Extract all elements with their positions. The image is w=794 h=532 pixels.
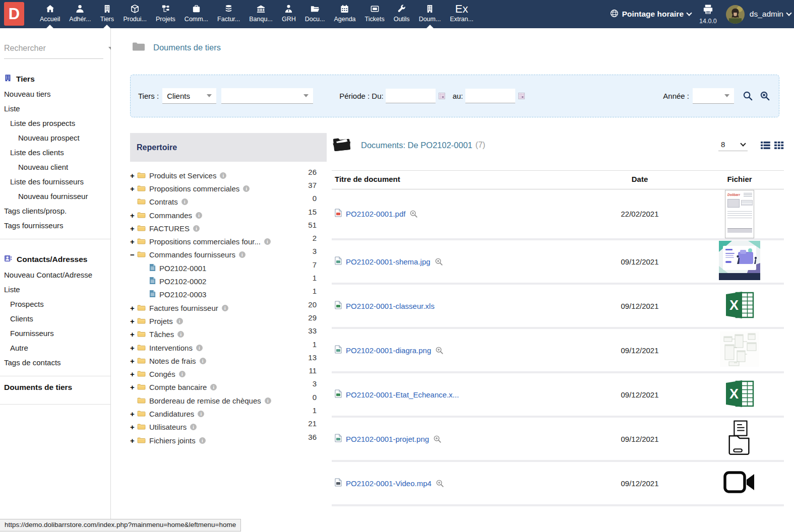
tree-expander[interactable]: + xyxy=(130,423,137,431)
tree-expander[interactable]: + xyxy=(130,330,137,339)
tree-item-propositions-commerciales-four[interactable]: Propositions commerciales four... xyxy=(149,237,261,246)
sidebar-item-autre[interactable]: Autre xyxy=(0,341,110,355)
menu-item-tiers[interactable]: Tiers xyxy=(95,0,118,28)
sidebar-item-nouveau-contact-adresse[interactable]: Nouveau Contact/Adresse xyxy=(0,268,110,282)
document-link-po2102-0001-projet-png[interactable]: PO2102-0001-projet.png xyxy=(346,435,429,443)
tree-expander[interactable]: + xyxy=(130,184,137,193)
tree-expander[interactable]: + xyxy=(130,317,137,325)
diagram-preview[interactable] xyxy=(720,331,759,369)
tree-item-candidatures[interactable]: Candidatures xyxy=(149,410,194,418)
document-link-po2102-0001-classeur-xls[interactable]: PO2102-0001-classeur.xls xyxy=(346,302,435,310)
tree-expander[interactable]: + xyxy=(130,357,137,365)
filter-clear-button[interactable] xyxy=(760,91,770,101)
tree-expander[interactable]: + xyxy=(130,304,137,312)
tree-item-utilisateurs[interactable]: Utilisateurs xyxy=(149,423,187,431)
tree-expander[interactable]: + xyxy=(130,344,137,352)
document-link-po2102-0001-shema-jpg[interactable]: PO2102-0001-shema.jpg xyxy=(346,257,431,266)
tree-expander[interactable]: + xyxy=(130,171,137,180)
tiers-select[interactable] xyxy=(221,88,313,104)
zoom-preview-icon[interactable] xyxy=(435,346,444,355)
sidebar-item-douments-de-tiers[interactable]: Douments de tiers xyxy=(0,376,110,398)
tree-item-po2102-0003[interactable]: PO2102-0003 xyxy=(159,290,206,299)
date-from-calendar-icon[interactable] xyxy=(439,93,445,99)
sidebar-section-tiers[interactable]: Tiers xyxy=(4,74,106,84)
user-menu-button[interactable]: ds_admin xyxy=(750,10,791,19)
sidebar-item-tags-fournisseurs[interactable]: Tags fournisseurs xyxy=(0,218,110,233)
sidebar-item-liste-des-prospects[interactable]: Liste des prospects xyxy=(0,116,110,130)
page-size-select[interactable]: 8 xyxy=(718,139,748,151)
menu-item-factur[interactable]: Factur... xyxy=(213,0,245,28)
tree-item-contrats[interactable]: Contrats xyxy=(149,197,178,206)
search-input[interactable] xyxy=(4,44,108,53)
sidebar-item-liste[interactable]: Liste xyxy=(0,282,110,297)
zoom-preview-icon[interactable] xyxy=(409,210,418,218)
sidebar-item-nouveau-tiers[interactable]: Nouveau tiers xyxy=(0,87,110,101)
sidebar-item-clients[interactable]: Clients xyxy=(0,311,110,326)
tree-item-commandes-fournisseurs[interactable]: Commandes fournisseurs xyxy=(149,250,235,259)
filter-search-button[interactable] xyxy=(743,91,753,101)
zoom-preview-icon[interactable] xyxy=(435,257,443,266)
illustration-preview[interactable] xyxy=(719,241,760,282)
document-link-po2102-0001-video-mp4[interactable]: PO2102-0001-Video.mp4 xyxy=(346,479,432,488)
menu-item-projets[interactable]: Projets xyxy=(151,0,180,28)
menu-item-doum[interactable]: Doum... xyxy=(414,0,446,28)
sidebar-section-contacts-adresses[interactable]: Contacts/Adresses xyxy=(4,254,106,264)
menu-item-produi[interactable]: Produi... xyxy=(118,0,151,28)
tree-item-projets[interactable]: Projets xyxy=(149,317,173,325)
annee-select[interactable] xyxy=(693,88,734,104)
date-to-input[interactable] xyxy=(465,89,515,103)
menu-item-grh[interactable]: GRH xyxy=(277,0,300,28)
pdf-preview[interactable]: Dolibarr xyxy=(725,190,754,238)
tree-expander[interactable]: + xyxy=(130,211,137,220)
sidebar-item-prospects[interactable]: Prospects xyxy=(0,297,110,311)
menu-item-adh-r[interactable]: Adhér... xyxy=(65,0,95,28)
tree-expander[interactable]: + xyxy=(130,383,137,391)
print-button[interactable]: 14.0.0 xyxy=(699,4,717,25)
menu-item-tickets[interactable]: Tickets xyxy=(360,0,389,28)
document-link-po2102-0001-pdf[interactable]: PO2102-0001.pdf xyxy=(346,210,405,218)
tree-expander[interactable]: + xyxy=(130,237,137,246)
menu-item-outils[interactable]: Outils xyxy=(389,0,414,28)
menu-item-extran[interactable]: ExExtran... xyxy=(445,0,478,28)
sidebar-item-liste-des-clients[interactable]: Liste des clients xyxy=(0,145,110,160)
sidebar-item-liste[interactable]: Liste xyxy=(0,101,110,116)
sidebar-item-liste-des-fournisseurs[interactable]: Liste des fournisseurs xyxy=(0,174,110,189)
tree-item-t-ches[interactable]: Tâches xyxy=(149,330,174,339)
document-link-po2102-0001-diagra-png[interactable]: PO2102-0001-diagra.png xyxy=(346,346,431,355)
company-menu-button[interactable]: Pointage horaire xyxy=(610,9,691,20)
sidebar-item-nouveau-fournisseur[interactable]: Nouveau fournisseur xyxy=(0,189,110,204)
menu-item-docu[interactable]: Docu... xyxy=(300,0,330,28)
tree-item-produits-et-services[interactable]: Produits et Services xyxy=(149,171,216,180)
avatar[interactable] xyxy=(726,5,745,24)
zoom-preview-icon[interactable] xyxy=(433,435,442,443)
zoom-preview-icon[interactable] xyxy=(436,479,444,488)
tree-item-notes-de-frais[interactable]: Notes de frais xyxy=(149,357,196,365)
date-to-calendar-icon[interactable] xyxy=(518,93,525,99)
tree-item-interventions[interactable]: Interventions xyxy=(149,344,193,352)
tree-item-propositions-commerciales[interactable]: Propositions commerciales xyxy=(149,184,239,193)
date-from-input[interactable] xyxy=(386,89,436,103)
tree-item-cong-s[interactable]: Congés xyxy=(149,370,175,378)
list-view-button[interactable] xyxy=(761,141,770,150)
menu-item-agenda[interactable]: Agenda xyxy=(329,0,360,28)
tree-item-fichiers-joints[interactable]: Fichiers joints xyxy=(149,436,196,445)
sidebar-item-tags-de-contacts[interactable]: Tags de contacts xyxy=(0,355,110,370)
tree-expander[interactable]: − xyxy=(130,250,137,259)
tiers-type-select[interactable]: Clients xyxy=(162,88,216,104)
tree-expander[interactable]: + xyxy=(130,410,137,418)
app-logo[interactable]: D xyxy=(4,2,24,26)
sidebar-item-nouveau-client[interactable]: Nouveau client xyxy=(0,160,110,174)
sidebar-item-tags-clients-prosp[interactable]: Tags clients/prosp. xyxy=(0,204,110,218)
tree-item-po2102-0001[interactable]: PO2102-0001 xyxy=(159,264,206,273)
tree-item-factures[interactable]: FACTURES xyxy=(149,224,190,233)
menu-item-accueil[interactable]: Accueil xyxy=(35,0,65,28)
document-link-po2102-0001-etat-echeance-x[interactable]: PO2102-0001-Etat_Echeance.x... xyxy=(346,390,459,399)
tree-expander[interactable]: + xyxy=(130,224,137,233)
tree-item-compte-bancaire[interactable]: Compte bancaire xyxy=(149,383,207,391)
menu-item-comm[interactable]: Comm... xyxy=(180,0,213,28)
tree-item-po2102-0002[interactable]: PO2102-0002 xyxy=(159,277,206,286)
tree-item-commandes[interactable]: Commandes xyxy=(149,211,192,220)
menu-item-banqu[interactable]: Banqu... xyxy=(245,0,277,28)
tree-expander[interactable]: + xyxy=(130,436,137,445)
tree-item-bordereau-de-remise-de-ch-ques[interactable]: Bordereau de remise de chèques xyxy=(149,396,261,405)
